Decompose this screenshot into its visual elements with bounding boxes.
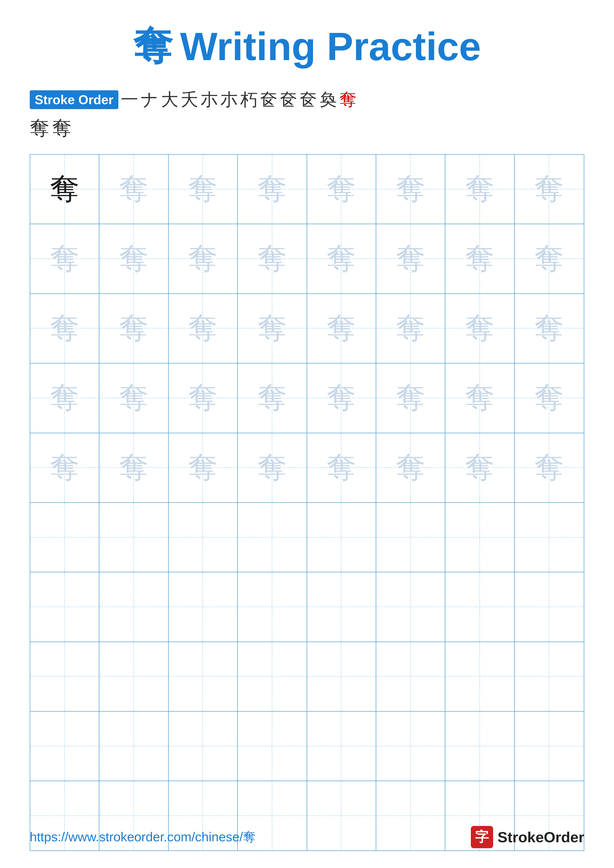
char-dark: 奪 xyxy=(50,169,79,209)
char-light: 奪 xyxy=(188,448,218,488)
char-light: 奪 xyxy=(465,239,494,279)
grid-cell-2-4[interactable]: 奪 xyxy=(238,224,307,293)
grid-cell-4-3[interactable]: 奪 xyxy=(169,363,238,432)
grid-cell-5-2[interactable]: 奪 xyxy=(99,433,168,502)
grid-cell-2-6[interactable]: 奪 xyxy=(376,224,445,293)
footer-url[interactable]: https://www.strokeorder.com/chinese/奪 xyxy=(30,828,256,846)
char-light: 奪 xyxy=(326,448,356,488)
grid-cell-7-6[interactable] xyxy=(376,572,445,641)
grid-cell-8-8[interactable] xyxy=(515,642,584,711)
grid-row-6 xyxy=(30,503,584,572)
grid-cell-4-1[interactable]: 奪 xyxy=(30,363,99,432)
grid-cell-7-8[interactable] xyxy=(515,572,584,641)
grid-cell-1-4[interactable]: 奪 xyxy=(238,155,307,224)
stroke-char-14: 奪 xyxy=(52,115,72,142)
grid-cell-6-6[interactable] xyxy=(376,503,445,572)
grid-cell-2-7[interactable]: 奪 xyxy=(445,224,515,293)
grid-cell-9-7[interactable] xyxy=(445,711,515,781)
grid-cell-9-1[interactable] xyxy=(30,711,99,781)
grid-cell-5-4[interactable]: 奪 xyxy=(238,433,307,502)
grid-cell-5-8[interactable]: 奪 xyxy=(515,433,584,502)
grid-cell-4-7[interactable]: 奪 xyxy=(445,363,515,432)
stroke-order-label: Stroke Order xyxy=(30,90,118,109)
grid-cell-3-7[interactable]: 奪 xyxy=(445,294,515,363)
grid-cell-8-1[interactable] xyxy=(30,642,99,711)
char-light: 奪 xyxy=(396,169,426,209)
stroke-order-row2: 奪 奪 xyxy=(30,115,584,142)
char-light: 奪 xyxy=(326,169,356,209)
stroke-char-11: 奐 xyxy=(320,88,337,112)
grid-cell-7-3[interactable] xyxy=(169,572,238,641)
grid-cell-2-5[interactable]: 奪 xyxy=(307,224,376,293)
grid-cell-8-7[interactable] xyxy=(445,642,515,711)
grid-cell-4-2[interactable]: 奪 xyxy=(99,363,168,432)
char-light: 奪 xyxy=(188,308,218,349)
grid-cell-4-4[interactable]: 奪 xyxy=(238,363,307,432)
char-light: 奪 xyxy=(119,239,149,279)
grid-cell-3-4[interactable]: 奪 xyxy=(238,294,307,363)
stroke-char-13: 奪 xyxy=(30,115,50,142)
grid-row-3: 奪 奪 奪 奪 奪 奪 奪 奪 xyxy=(30,294,584,363)
grid-cell-5-7[interactable]: 奪 xyxy=(445,433,515,502)
grid-cell-7-2[interactable] xyxy=(99,572,168,641)
grid-cell-6-7[interactable] xyxy=(445,503,515,572)
char-light: 奪 xyxy=(119,448,149,488)
grid-cell-2-2[interactable]: 奪 xyxy=(99,224,168,293)
grid-cell-6-1[interactable] xyxy=(30,503,99,572)
grid-cell-3-1[interactable]: 奪 xyxy=(30,294,99,363)
char-light: 奪 xyxy=(396,308,426,349)
grid-cell-8-6[interactable] xyxy=(376,642,445,711)
grid-cell-8-3[interactable] xyxy=(169,642,238,711)
grid-cell-9-5[interactable] xyxy=(307,711,376,781)
brand-icon: 字 xyxy=(471,826,493,848)
char-light: 奪 xyxy=(534,378,564,418)
grid-cell-5-3[interactable]: 奪 xyxy=(169,433,238,502)
grid-cell-8-4[interactable] xyxy=(238,642,307,711)
grid-cell-7-4[interactable] xyxy=(238,572,307,641)
grid-cell-6-4[interactable] xyxy=(238,503,307,572)
grid-cell-4-8[interactable]: 奪 xyxy=(515,363,584,432)
grid-cell-2-1[interactable]: 奪 xyxy=(30,224,99,293)
grid-cell-2-3[interactable]: 奪 xyxy=(169,224,238,293)
grid-cell-9-8[interactable] xyxy=(515,711,584,781)
char-light: 奪 xyxy=(50,448,79,488)
grid-cell-2-8[interactable]: 奪 xyxy=(515,224,584,293)
grid-cell-3-6[interactable]: 奪 xyxy=(376,294,445,363)
grid-cell-1-6[interactable]: 奪 xyxy=(376,155,445,224)
grid-cell-8-2[interactable] xyxy=(99,642,168,711)
grid-cell-7-1[interactable] xyxy=(30,572,99,641)
grid-cell-3-5[interactable]: 奪 xyxy=(307,294,376,363)
grid-cell-6-5[interactable] xyxy=(307,503,376,572)
stroke-char-1: 一 xyxy=(121,88,138,112)
page: 奪 Writing Practice Stroke Order 一 ナ 大 夭 … xyxy=(0,0,614,868)
grid-cell-5-5[interactable]: 奪 xyxy=(307,433,376,502)
grid-cell-9-3[interactable] xyxy=(169,711,238,781)
grid-row-4: 奪 奪 奪 奪 奪 奪 奪 奪 xyxy=(30,363,584,433)
grid-cell-9-2[interactable] xyxy=(99,711,168,781)
grid-cell-1-2[interactable]: 奪 xyxy=(99,155,168,224)
grid-cell-9-4[interactable] xyxy=(238,711,307,781)
grid-cell-8-5[interactable] xyxy=(307,642,376,711)
stroke-char-3: 大 xyxy=(161,88,178,112)
grid-cell-6-3[interactable] xyxy=(169,503,238,572)
grid-cell-5-1[interactable]: 奪 xyxy=(30,433,99,502)
grid-cell-3-8[interactable]: 奪 xyxy=(515,294,584,363)
stroke-char-5: 朩 xyxy=(201,88,218,112)
char-light: 奪 xyxy=(188,378,218,418)
grid-cell-9-6[interactable] xyxy=(376,711,445,781)
grid-cell-1-8[interactable]: 奪 xyxy=(515,155,584,224)
grid-cell-4-6[interactable]: 奪 xyxy=(376,363,445,432)
grid-cell-1-7[interactable]: 奪 xyxy=(445,155,515,224)
grid-cell-3-2[interactable]: 奪 xyxy=(99,294,168,363)
grid-cell-6-8[interactable] xyxy=(515,503,584,572)
grid-cell-5-6[interactable]: 奪 xyxy=(376,433,445,502)
grid-cell-1-5[interactable]: 奪 xyxy=(307,155,376,224)
grid-cell-7-7[interactable] xyxy=(445,572,515,641)
grid-cell-3-3[interactable]: 奪 xyxy=(169,294,238,363)
stroke-order-section: Stroke Order 一 ナ 大 夭 朩 朩 朽 奁 奁 奁 奐 奪 奪 奪 xyxy=(30,88,584,142)
grid-cell-1-3[interactable]: 奪 xyxy=(169,155,238,224)
grid-cell-7-5[interactable] xyxy=(307,572,376,641)
grid-cell-6-2[interactable] xyxy=(99,503,168,572)
grid-cell-4-5[interactable]: 奪 xyxy=(307,363,376,432)
grid-cell-1-1[interactable]: 奪 xyxy=(30,155,99,224)
